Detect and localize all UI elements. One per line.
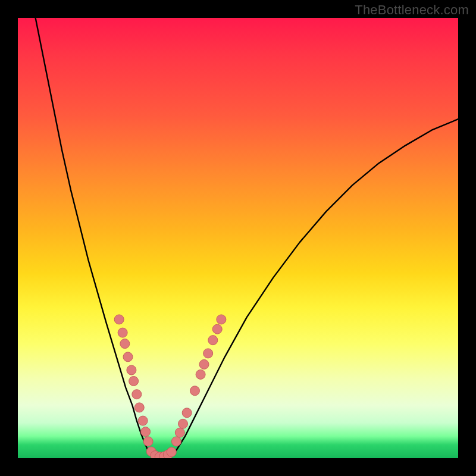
data-dot bbox=[208, 336, 218, 345]
data-dot bbox=[132, 390, 142, 399]
data-dot bbox=[129, 377, 139, 386]
data-dot bbox=[171, 437, 181, 446]
data-dot bbox=[217, 315, 226, 324]
data-dot bbox=[190, 386, 199, 396]
data-dot bbox=[134, 403, 144, 412]
data-dot bbox=[143, 437, 153, 446]
data-dot bbox=[175, 428, 184, 437]
data-dot bbox=[123, 352, 133, 362]
data-dot bbox=[118, 328, 127, 337]
data-dot bbox=[178, 419, 188, 428]
data-dot bbox=[212, 324, 222, 334]
data-dot bbox=[114, 315, 124, 324]
data-dot bbox=[138, 416, 148, 425]
data-dot bbox=[120, 339, 130, 349]
data-dot bbox=[199, 359, 209, 369]
bottleneck-curve bbox=[36, 18, 458, 458]
data-dot bbox=[141, 427, 151, 437]
data-dot bbox=[167, 447, 176, 457]
data-dot bbox=[127, 365, 136, 375]
data-dot bbox=[182, 408, 192, 418]
chart-overlay bbox=[18, 18, 458, 458]
data-dot bbox=[203, 349, 213, 358]
watermark-text: TheBottleneck.com bbox=[355, 2, 469, 18]
data-dot bbox=[196, 369, 205, 379]
chart-frame: TheBottleneck.com bbox=[0, 0, 476, 476]
plot-area bbox=[18, 18, 458, 458]
